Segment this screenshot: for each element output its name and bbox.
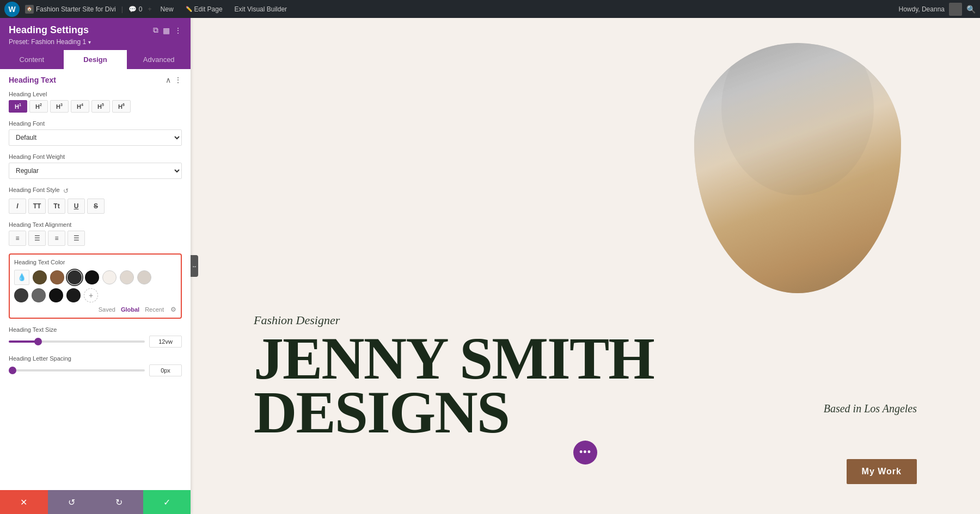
float-menu-button[interactable]: ••• (573, 441, 597, 465)
heading-font-label: Heading Font (9, 120, 182, 127)
copy-icon[interactable]: ⧉ (153, 26, 158, 35)
bold-btn[interactable]: TT (28, 199, 46, 214)
color-tab-recent[interactable]: Recent (145, 306, 164, 313)
underline-btn[interactable]: U (68, 199, 85, 214)
heading-letter-spacing-slider[interactable] (9, 369, 145, 371)
color-swatch-9[interactable] (32, 288, 46, 302)
tab-content[interactable]: Content (0, 50, 64, 69)
color-swatch-7[interactable] (137, 270, 151, 284)
hero-name: JENNY SMITH DESIGNS (254, 332, 654, 439)
hero-section: Fashion Designer JENNY SMITH DESIGNS Bas… (191, 18, 980, 514)
preset-chevron: ▾ (88, 39, 91, 45)
color-tab-global[interactable]: Global (121, 306, 139, 313)
heading-font-style-reset[interactable]: ↺ (63, 187, 69, 195)
italic-btn[interactable]: I (9, 199, 26, 214)
heading-font-select[interactable]: Default (9, 129, 182, 146)
heading-text-color-label: Heading Text Color (14, 259, 176, 265)
hero-text-block: Fashion Designer JENNY SMITH DESIGNS (254, 313, 654, 439)
color-swatch-11[interactable] (66, 288, 81, 302)
search-icon-top[interactable]: 🔍 (966, 5, 976, 14)
heading-level-label: Heading Level (9, 91, 182, 97)
tab-advanced[interactable]: Advanced (127, 50, 191, 69)
color-swatch-2[interactable] (50, 270, 64, 284)
cancel-button[interactable]: ✕ (0, 490, 48, 514)
howdy-text: Howdy, Deanna (899, 5, 945, 13)
new-button[interactable]: New (157, 4, 177, 14)
heading-font-weight-group: Heading Font Weight Regular (9, 153, 182, 179)
section-menu-icon[interactable]: ⋮ (174, 76, 182, 84)
edit-page-button[interactable]: ✏️ Edit Page (182, 4, 226, 14)
font-style-buttons: I TT Tt U S (9, 199, 182, 214)
more-icon[interactable]: ⋮ (174, 26, 182, 35)
sidebar-title: Heading Settings (9, 24, 89, 36)
color-swatch-4[interactable] (85, 270, 99, 284)
wordpress-icon[interactable]: W (4, 2, 20, 17)
heading-text-color-section: Heading Text Color 💧 (9, 253, 182, 319)
sidebar-title-row: Heading Settings ⧉ ▦ ⋮ (9, 24, 182, 36)
tab-design[interactable]: Design (64, 50, 127, 69)
heading-letter-spacing-input[interactable] (149, 364, 182, 376)
section-collapse-icon[interactable]: ∧ (166, 76, 171, 84)
redo-button[interactable]: ↻ (95, 490, 143, 514)
site-name: Fashion Starter Site for Divi (36, 5, 116, 13)
user-avatar (949, 3, 962, 16)
color-swatch-3[interactable] (68, 270, 82, 284)
sidebar-expand-handle[interactable]: ↔ (191, 255, 198, 277)
hero-name-line1: JENNY SMITH (254, 332, 654, 386)
site-icon: 🏠 (25, 5, 34, 14)
portrait-overlay (694, 43, 901, 293)
heading-h6-btn[interactable]: H6 (112, 100, 131, 113)
heading-h2-btn[interactable]: H2 (29, 100, 48, 113)
color-row-1: 💧 (14, 270, 176, 285)
heading-level-row: H1 H2 H3 H4 H5 H6 (9, 100, 182, 113)
comment-area[interactable]: 💬 0 (128, 5, 143, 13)
heading-h5-btn[interactable]: H5 (91, 100, 110, 113)
grid-icon[interactable]: ▦ (163, 26, 170, 35)
undo-button[interactable]: ↺ (48, 490, 96, 514)
top-bar: W 🏠 Fashion Starter Site for Divi | 💬 0 … (0, 0, 980, 18)
heading-text-size-group: Heading Text Size (9, 326, 182, 348)
caps-btn[interactable]: Tt (48, 199, 65, 214)
exit-builder-button[interactable]: Exit Visual Builder (231, 4, 291, 14)
sidebar-header: Heading Settings ⧉ ▦ ⋮ Preset: Fashion H… (0, 18, 191, 50)
svg-point-0 (721, 43, 874, 195)
heading-h4-btn[interactable]: H4 (71, 100, 89, 113)
heading-text-size-label: Heading Text Size (9, 326, 182, 333)
align-left-btn[interactable]: ≡ (9, 231, 26, 246)
heading-font-group: Heading Font Default (9, 120, 182, 146)
section-title: Heading Text (9, 76, 56, 84)
color-swatch-8[interactable] (14, 288, 28, 302)
heading-font-weight-select[interactable]: Regular (9, 163, 182, 179)
heading-font-style-label-row: Heading Font Style ↺ (9, 187, 182, 196)
color-swatch-10[interactable] (49, 288, 63, 302)
color-swatch-5[interactable] (102, 270, 117, 284)
color-add-button[interactable]: + (84, 288, 98, 302)
color-tab-saved[interactable]: Saved (99, 306, 115, 313)
heading-h3-btn[interactable]: H3 (50, 100, 69, 113)
heading-level-group: Heading Level H1 H2 H3 H4 H5 H6 (9, 91, 182, 113)
heading-text-size-slider[interactable] (9, 340, 145, 343)
align-center-btn[interactable]: ☰ (28, 231, 46, 246)
color-swatch-6[interactable] (120, 270, 134, 284)
heading-text-alignment-label: Heading Text Alignment (9, 221, 182, 228)
heading-h1-btn[interactable]: H1 (9, 100, 27, 113)
hero-name-line2: DESIGNS (254, 386, 654, 439)
eyedropper-btn[interactable]: 💧 (14, 270, 29, 285)
heading-text-size-input[interactable] (149, 336, 182, 348)
align-justify-btn[interactable]: ☰ (68, 231, 85, 246)
hero-location: Based in Los Angeles (824, 402, 917, 415)
main-area: Heading Settings ⧉ ▦ ⋮ Preset: Fashion H… (0, 18, 980, 514)
color-tabs: Saved Global Recent ⚙ (14, 306, 176, 313)
sidebar-preset[interactable]: Preset: Fashion Heading 1 ▾ (9, 38, 182, 46)
sidebar-footer: ✕ ↺ ↻ ✓ (0, 490, 191, 514)
save-button[interactable]: ✓ (143, 490, 191, 514)
align-right-btn[interactable]: ≡ (48, 231, 65, 246)
divider1: | (121, 5, 123, 13)
sidebar: Heading Settings ⧉ ▦ ⋮ Preset: Fashion H… (0, 18, 191, 514)
color-swatch-1[interactable] (33, 270, 47, 284)
strikethrough-btn[interactable]: S (87, 199, 105, 214)
section-header: Heading Text ∧ ⋮ (9, 76, 182, 84)
color-settings-icon[interactable]: ⚙ (170, 306, 176, 313)
canvas: Fashion Designer JENNY SMITH DESIGNS Bas… (191, 18, 980, 514)
my-work-button[interactable]: My Work (847, 459, 917, 484)
